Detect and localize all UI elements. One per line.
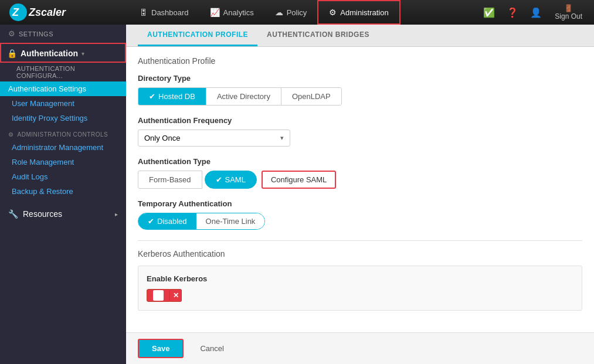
- kerberos-toggle[interactable]: ✕: [147, 289, 573, 302]
- saml-check-icon: ✔: [216, 175, 222, 184]
- tab-profile-label: AUTHENTICATION PROFILE: [147, 30, 248, 39]
- form-section-title: Authentication Profile: [138, 56, 582, 66]
- openldap-label: OpenLDAP: [292, 92, 331, 101]
- configure-saml-label: Configure SAML: [271, 175, 327, 184]
- user-management-label: User Management: [12, 99, 74, 108]
- auth-frequency-group: Authentication Frequency Only Once ▾: [138, 116, 582, 147]
- toggle-white-indicator: [153, 290, 164, 301]
- toggle-x-icon: ✕: [173, 291, 179, 300]
- auth-type-buttons: Form-Based ✔ SAML Configure SAML: [138, 171, 582, 189]
- auth-frequency-label: Authentication Frequency: [138, 116, 582, 125]
- resources-group[interactable]: 🔧 Resources ▸: [0, 205, 126, 222]
- saml-button[interactable]: ✔ SAML: [205, 171, 257, 189]
- one-time-link-button[interactable]: One-Time Link: [196, 213, 265, 229]
- sidebar-auth-settings[interactable]: Authentication Settings: [0, 81, 126, 96]
- signout-label: Sign Out: [555, 12, 582, 21]
- disabled-check-icon: ✔: [148, 217, 154, 226]
- main-area: ⚙ Settings 🔒 Authentication ▾ AUTHENTICA…: [0, 25, 594, 364]
- hosted-db-check-icon: ✔: [149, 92, 155, 101]
- auth-frequency-value: Only Once: [144, 134, 180, 142]
- caret-down-icon: ▾: [82, 50, 84, 57]
- active-directory-button[interactable]: Active Directory: [206, 88, 281, 105]
- temp-auth-group: Temporary Authentication ✔ Disabled One-…: [138, 199, 582, 230]
- nav-policy[interactable]: ☁ Policy: [264, 0, 318, 25]
- nav-dashboard[interactable]: 🎛 Dashboard: [129, 0, 199, 25]
- tab-auth-bridges[interactable]: AUTHENTICATION BRIDGES: [257, 25, 379, 46]
- settings-gear-icon: ⚙: [8, 29, 15, 38]
- nav-analytics-label: Analytics: [223, 8, 254, 17]
- enable-kerberos-label: Enable Kerberos: [147, 274, 573, 283]
- nav-policy-label: Policy: [287, 8, 307, 17]
- nav-items: 🎛 Dashboard 📈 Analytics ☁ Policy ⚙ Admin…: [129, 0, 478, 25]
- zscaler-logo: Z Zscaler: [9, 3, 66, 22]
- nav-right-icons: ✅ ❓ 👤 🚪 Sign Out: [478, 1, 588, 24]
- sidebar-role-management[interactable]: Role Management: [0, 155, 126, 169]
- tab-auth-profile[interactable]: AUTHENTICATION PROFILE: [138, 25, 257, 46]
- logo-text: Zscaler: [29, 6, 66, 19]
- resources-icon: 🔧: [8, 209, 18, 219]
- directory-type-buttons: ✔ Hosted DB Active Directory OpenLDAP: [138, 87, 342, 106]
- logo-icon: Z: [9, 3, 28, 22]
- sidebar-auth-config[interactable]: AUTHENTICATION CONFIGURA...: [0, 63, 126, 81]
- temp-auth-label: Temporary Authentication: [138, 199, 582, 208]
- openldap-button[interactable]: OpenLDAP: [281, 88, 341, 105]
- audit-logs-label: Audit Logs: [12, 172, 47, 181]
- disabled-label: Disabled: [157, 217, 187, 226]
- top-navigation: Z Zscaler 🎛 Dashboard 📈 Analytics ☁ Poli…: [0, 0, 594, 25]
- cancel-button[interactable]: Cancel: [191, 340, 233, 357]
- user-icon-btn[interactable]: 👤: [525, 4, 547, 22]
- checklist-icon-btn[interactable]: ✅: [478, 4, 500, 22]
- sidebar-identity-proxy[interactable]: Identity Proxy Settings: [0, 111, 126, 125]
- signout-icon: 🚪: [564, 4, 573, 12]
- signout-button[interactable]: 🚪 Sign Out: [549, 1, 588, 24]
- lock-icon: 🔒: [7, 49, 17, 58]
- save-label: Save: [152, 344, 169, 353]
- cancel-label: Cancel: [200, 344, 223, 353]
- hosted-db-button[interactable]: ✔ Hosted DB: [138, 88, 206, 105]
- resources-caret-icon: ▸: [115, 211, 118, 217]
- sidebar-user-management[interactable]: User Management: [0, 96, 126, 111]
- authentication-title: Authentication: [21, 49, 78, 58]
- kerberos-section: Kerberos Authentication Enable Kerberos …: [138, 240, 582, 311]
- nav-administration[interactable]: ⚙ Administration: [317, 0, 400, 25]
- sidebar-admin-management[interactable]: Administrator Management: [0, 140, 126, 155]
- sidebar-backup-restore[interactable]: Backup & Restore: [0, 184, 126, 199]
- directory-type-label: Directory Type: [138, 74, 582, 83]
- auth-type-group: Authentication Type Form-Based ✔ SAML Co…: [138, 157, 582, 189]
- toggle-x-box[interactable]: ✕: [170, 289, 182, 302]
- form-based-label: Form-Based: [149, 175, 191, 184]
- role-management-label: Role Management: [12, 158, 74, 166]
- help-icon-btn[interactable]: ❓: [502, 4, 523, 22]
- tab-bar: AUTHENTICATION PROFILE AUTHENTICATION BR…: [126, 25, 594, 47]
- resources-label: Resources: [23, 209, 62, 219]
- configure-saml-button[interactable]: Configure SAML: [262, 171, 336, 189]
- authentication-group[interactable]: 🔒 Authentication ▾: [0, 43, 126, 63]
- active-directory-label: Active Directory: [217, 92, 270, 101]
- settings-label: Settings: [19, 30, 53, 38]
- one-time-link-label: One-Time Link: [206, 217, 256, 226]
- disabled-button[interactable]: ✔ Disabled: [138, 213, 196, 229]
- settings-header: ⚙ Settings: [0, 25, 126, 43]
- temp-auth-buttons: ✔ Disabled One-Time Link: [138, 213, 265, 230]
- auth-config-label: AUTHENTICATION CONFIGURA...: [16, 65, 75, 79]
- kerberos-inner: Enable Kerberos ✕: [138, 266, 582, 311]
- admin-gear-icon: ⚙: [8, 131, 14, 138]
- form-based-button[interactable]: Form-Based: [138, 171, 202, 189]
- backup-restore-label: Backup & Restore: [12, 187, 73, 196]
- auth-frequency-dropdown[interactable]: Only Once ▾: [138, 130, 290, 147]
- content-area: AUTHENTICATION PROFILE AUTHENTICATION BR…: [126, 25, 594, 364]
- dropdown-arrow-icon: ▾: [280, 134, 284, 142]
- toggle-off-box[interactable]: [147, 289, 170, 302]
- save-bar: Save Cancel: [126, 332, 594, 364]
- nav-analytics[interactable]: 📈 Analytics: [199, 0, 264, 25]
- logo-area: Z Zscaler: [6, 3, 129, 22]
- auth-settings-label: Authentication Settings: [8, 84, 86, 93]
- svg-text:Z: Z: [12, 6, 19, 18]
- admin-icon: ⚙: [329, 8, 337, 17]
- save-button[interactable]: Save: [138, 339, 184, 358]
- sidebar-audit-logs[interactable]: Audit Logs: [0, 169, 126, 184]
- hosted-db-label: Hosted DB: [158, 92, 195, 101]
- admin-controls-label: ADMINISTRATION CONTROLS: [18, 131, 108, 138]
- saml-label: SAML: [225, 175, 246, 184]
- nav-dashboard-label: Dashboard: [151, 8, 189, 17]
